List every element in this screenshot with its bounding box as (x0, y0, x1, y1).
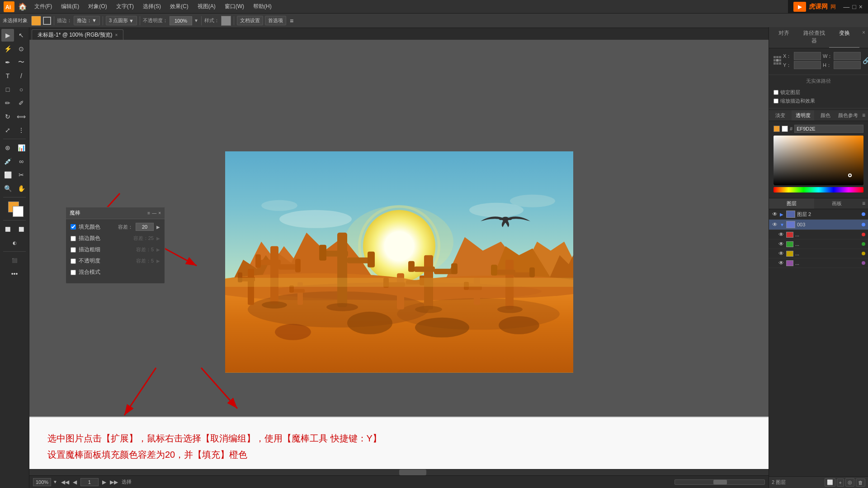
opacity-checkbox[interactable] (71, 258, 76, 264)
window-close[interactable]: × (859, 3, 863, 10)
menu-file[interactable]: 文件(F) (31, 2, 56, 11)
magic-wand-tool[interactable]: ⚡ (1, 42, 14, 55)
color-hex-input[interactable] (794, 125, 863, 133)
fill-tolerance-input[interactable] (136, 223, 154, 231)
rect-tool[interactable]: □ (1, 83, 14, 96)
fill-none[interactable]: ⬜ (1, 223, 14, 235)
delete-layer-btn[interactable]: 🗑 (856, 479, 865, 487)
color-fg-swatch[interactable] (774, 126, 780, 132)
menu-effect[interactable]: 效果(C) (166, 2, 192, 11)
menu-window[interactable]: 窗口(W) (221, 2, 248, 11)
h-input[interactable] (834, 61, 861, 69)
blend-mode-checkbox[interactable] (71, 270, 76, 275)
tab-pathfinder[interactable]: 路径查找器 (799, 27, 830, 48)
new-layer-btn[interactable]: + (837, 479, 844, 487)
toolbar-extra-btn[interactable]: ≡ (290, 17, 293, 24)
layer-item-yellow[interactable]: 👁 ... (769, 249, 868, 258)
layer-item-003[interactable]: 👁 ▼ 003 (769, 220, 868, 230)
more-tools[interactable]: ••• (8, 267, 21, 280)
layer-red-eye[interactable]: 👁 (778, 231, 784, 238)
fill-color-swatch[interactable] (31, 16, 41, 26)
zoom-dropdown[interactable]: ▼ (53, 479, 57, 484)
x-input[interactable] (794, 52, 821, 60)
right-panel-close[interactable]: × (859, 27, 868, 48)
opacity-arrow[interactable]: ▶ (156, 258, 160, 263)
reflect-tool[interactable]: ⟺ (15, 110, 28, 123)
eraser-tool[interactable]: ⬜ (1, 169, 14, 181)
menu-select[interactable]: 选择(S) (139, 2, 165, 11)
layer-yellow-eye[interactable]: 👁 (778, 250, 784, 257)
h-scrollbar[interactable] (29, 469, 769, 475)
menu-edit[interactable]: 编辑(E) (57, 2, 83, 11)
layer-item-purple[interactable]: 👁 ... (769, 258, 868, 268)
stroke-width-arrow[interactable]: ▶ (156, 247, 160, 252)
zoom-input[interactable] (33, 478, 51, 486)
lock-layers-checkbox[interactable] (774, 90, 778, 95)
layer2-eye[interactable]: 👁 (772, 211, 778, 217)
artboard-tool[interactable]: ⬛ (8, 254, 21, 267)
layer003-eye[interactable]: 👁 (772, 221, 778, 228)
document-tab[interactable]: 未标题-1* @ 100% (RGB/预览) × (32, 29, 123, 40)
scale-effects-checkbox[interactable] (774, 99, 778, 103)
hand-tool[interactable]: ✋ (15, 182, 28, 195)
lasso-tool[interactable]: ⊙ (15, 42, 28, 55)
layer-item-green[interactable]: 👁 ... (769, 239, 868, 249)
symbol-spray-tool[interactable]: ⊛ (1, 141, 14, 154)
zoom-tool[interactable]: 🔍 (1, 182, 14, 195)
tab-color-ref[interactable]: 颜色参考 (837, 110, 859, 121)
background-swatch[interactable] (13, 206, 24, 217)
brush-tool[interactable]: ✏ (1, 97, 14, 109)
page-next-single[interactable]: ▶ (102, 479, 106, 485)
tab-hue-sat[interactable]: 淡变 (769, 110, 792, 121)
stroke-none[interactable]: ⬜ (15, 223, 28, 235)
menu-help[interactable]: 帮助(H) (250, 2, 275, 11)
page-prev[interactable]: ◀◀ (61, 479, 69, 485)
pen-tool[interactable]: ✒ (1, 56, 14, 69)
color-panel-options[interactable]: ≡ (859, 110, 868, 121)
scale-tool[interactable]: ⤢ (1, 124, 14, 136)
line-tool[interactable]: / (15, 70, 28, 82)
tab-color[interactable]: 颜色 (814, 110, 837, 121)
w-input[interactable] (834, 52, 861, 60)
opacity-chevron[interactable]: ▼ (194, 18, 198, 23)
blend-tool[interactable]: ∞ (15, 155, 28, 168)
curvature-tool[interactable]: 〜 (15, 56, 28, 69)
status-scroll-indicator[interactable] (675, 479, 765, 485)
tab-artboard[interactable]: 画板 (814, 198, 859, 209)
layer2-expand[interactable]: ▶ (780, 212, 784, 217)
direct-select-tool[interactable]: ↖ (15, 29, 28, 42)
select-tool[interactable]: ▶ (1, 29, 14, 42)
rotate-tool[interactable]: ↻ (1, 110, 14, 123)
layer-green-eye[interactable]: 👁 (778, 241, 784, 247)
gradient-tool[interactable]: ◐ (8, 236, 21, 249)
style-swatch[interactable] (221, 16, 231, 26)
stroke-color-arrow[interactable]: ▶ (156, 236, 160, 241)
tab-close-btn[interactable]: × (115, 33, 118, 38)
tab-layers[interactable]: 图层 (769, 198, 814, 209)
main-canvas-area[interactable]: 魔棒 ≡ — × 填充颜色 容差： ▶ 描边颜色 容差：25 ▶ (29, 40, 769, 475)
pencil-tool[interactable]: ✐ (15, 97, 28, 109)
scissors-tool[interactable]: ✂ (15, 169, 28, 181)
type-tool[interactable]: T (1, 70, 14, 82)
window-minimize[interactable]: — (843, 3, 849, 10)
stroke-selector[interactable]: 撸边：▼ (74, 16, 100, 25)
menu-text[interactable]: 文字(T) (113, 2, 137, 11)
window-maximize[interactable]: □ (852, 3, 856, 10)
make-mask-btn[interactable]: ⬜ (825, 478, 835, 487)
stroke-width-checkbox[interactable] (71, 247, 76, 253)
layer-purple-eye[interactable]: 👁 (778, 260, 784, 266)
eyedropper-tool[interactable]: 💉 (1, 155, 14, 168)
fill-tolerance-arrow[interactable]: ▶ (156, 225, 160, 230)
tab-align[interactable]: 对齐 (769, 27, 799, 48)
menu-view[interactable]: 视图(A) (194, 2, 219, 11)
points-selector[interactable]: 3 点圆形 ▼ (106, 16, 137, 25)
panel-options-btn[interactable]: ≡ (147, 211, 150, 216)
scroll-thumb[interactable] (399, 469, 426, 475)
preferences-btn[interactable]: 首选项 (265, 16, 286, 25)
graph-tool[interactable]: 📊 (15, 141, 28, 154)
opacity-input[interactable] (170, 16, 192, 25)
locate-object-btn[interactable]: ◎ (845, 478, 854, 487)
page-next[interactable]: ▶▶ (110, 479, 118, 485)
panel-close-btn[interactable]: × (158, 211, 161, 216)
page-input[interactable] (80, 478, 99, 486)
